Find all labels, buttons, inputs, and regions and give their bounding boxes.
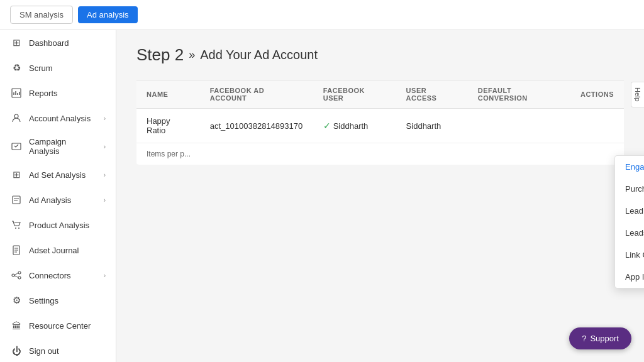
- account-analysis-icon: [10, 112, 23, 124]
- campaign-analysis-icon: [10, 140, 23, 153]
- facebook-user-cell: ✓ Siddharth: [323, 121, 386, 131]
- sidebar-item-sign-out[interactable]: ⏻ Sign out: [0, 338, 116, 362]
- dropdown-option-purchase[interactable]: Purchase: [615, 178, 644, 200]
- dropdown-option-app-installs[interactable]: App Installs: [615, 266, 644, 288]
- sidebar-label-campaign-analysis: Campaign Analysis: [29, 137, 97, 156]
- step-arrow: »: [189, 48, 195, 62]
- chevron-ad-set-analysis: ›: [104, 172, 106, 178]
- col-fb-user: FACEBOOK USER: [313, 80, 396, 109]
- sidebar-label-settings: Settings: [29, 296, 58, 305]
- chevron-connectors: ›: [104, 272, 106, 279]
- sidebar-label-adset-journal: Adset Journal: [29, 246, 79, 255]
- sign-out-icon: ⏻: [10, 344, 23, 357]
- sidebar-label-ad-set-analysis: Ad Set Analysis: [29, 170, 86, 180]
- sidebar-label-scrum: Scrum: [29, 63, 53, 73]
- svg-line-20: [14, 276, 18, 278]
- sidebar-label-reports: Reports: [29, 89, 58, 98]
- sidebar-item-scrum[interactable]: ♻ Scrum: [0, 55, 116, 80]
- scrum-icon: ♻: [10, 62, 23, 74]
- tab-ad-analysis[interactable]: Ad analysis: [78, 6, 137, 23]
- sidebar-item-ad-set-analysis[interactable]: ⊞ Ad Set Analysis ›: [0, 162, 116, 187]
- svg-rect-7: [13, 196, 20, 204]
- step-title: Add Your Ad Account: [200, 48, 318, 62]
- ad-set-analysis-icon: ⊞: [10, 168, 23, 181]
- svg-point-16: [12, 274, 14, 277]
- col-user-access: USER ACCESS: [396, 80, 468, 109]
- cell-fb-user: ✓ Siddharth: [313, 109, 396, 143]
- content-area: Step 2 » Add Your Ad Account NAME FACEBO…: [116, 30, 644, 362]
- col-fb-account: FACEBOOK AD ACCOUNT: [200, 80, 313, 109]
- sidebar: ⊞ Dashboard ♻ Scrum Reports Account Anal…: [0, 30, 116, 362]
- dropdown-option-lead[interactable]: Lead: [615, 200, 644, 222]
- cell-actions: [570, 109, 624, 143]
- product-analysis-icon: [10, 219, 23, 231]
- sidebar-item-campaign-analysis[interactable]: Campaign Analysis ›: [0, 131, 116, 162]
- sidebar-item-connectors[interactable]: Connectors ›: [0, 263, 116, 288]
- help-tab[interactable]: Help: [631, 82, 644, 107]
- sidebar-item-dashboard[interactable]: ⊞ Dashboard: [0, 30, 116, 55]
- support-button[interactable]: ? Support: [569, 327, 631, 349]
- col-actions: ACTIONS: [570, 80, 624, 109]
- reports-icon: [10, 87, 23, 99]
- svg-point-17: [18, 272, 21, 274]
- sidebar-item-account-analysis[interactable]: Account Analysis ›: [0, 106, 116, 131]
- sidebar-label-ad-analysis: Ad Analysis: [29, 195, 71, 205]
- top-bar: SM analysis Ad analysis: [0, 0, 644, 30]
- dashboard-icon: ⊞: [10, 36, 23, 49]
- sidebar-item-resource-center[interactable]: 🏛 Resource Center: [0, 313, 116, 338]
- dropdown-option-leads-forms[interactable]: Leads (Forms): [615, 222, 644, 244]
- adset-journal-icon: [10, 244, 23, 256]
- sidebar-item-settings[interactable]: ⚙ Settings: [0, 288, 116, 313]
- svg-point-5: [14, 114, 18, 118]
- sidebar-label-resource-center: Resource Center: [29, 321, 91, 331]
- table-row: Happy Ratio act_10100382814893170 ✓ Sidd…: [136, 109, 624, 143]
- col-default-conversion: DEFAULT CONVERSION: [468, 80, 570, 109]
- tab-sm-analysis[interactable]: SM analysis: [10, 6, 73, 24]
- chevron-campaign-analysis: ›: [104, 143, 106, 150]
- svg-point-11: [18, 228, 19, 229]
- check-icon: ✓: [323, 121, 331, 131]
- sidebar-item-ad-analysis[interactable]: Ad Analysis ›: [0, 187, 116, 212]
- sidebar-label-connectors: Connectors: [29, 271, 70, 280]
- fb-user-name: Siddharth: [333, 121, 369, 131]
- col-name: NAME: [136, 80, 200, 109]
- dropdown-menu: Engagement Purchase Lead Leads (Forms) L…: [614, 155, 644, 288]
- sidebar-item-reports[interactable]: Reports: [0, 80, 116, 106]
- step-number: Step 2: [136, 45, 184, 65]
- svg-line-19: [14, 273, 18, 275]
- resource-center-icon: 🏛: [10, 319, 23, 332]
- data-table: NAME FACEBOOK AD ACCOUNT FACEBOOK USER U…: [136, 80, 624, 143]
- dropdown-option-link-clicks[interactable]: Link Clicks: [615, 244, 644, 266]
- ad-analysis-icon: [10, 194, 23, 206]
- sidebar-label-account-analysis: Account Analysis: [29, 114, 91, 123]
- sidebar-label-product-analysis: Product Analysis: [29, 221, 89, 230]
- cell-name: Happy Ratio: [136, 109, 200, 143]
- cell-default-conversion: [468, 109, 570, 143]
- cell-fb-account: act_10100382814893170: [200, 109, 313, 143]
- dropdown-option-engagement[interactable]: Engagement: [615, 156, 644, 178]
- settings-icon: ⚙: [10, 294, 23, 307]
- main-layout: ⊞ Dashboard ♻ Scrum Reports Account Anal…: [0, 30, 644, 362]
- svg-point-10: [15, 228, 16, 229]
- items-per-page: Items per p...: [136, 143, 624, 165]
- svg-point-18: [18, 277, 21, 279]
- table-container: NAME FACEBOOK AD ACCOUNT FACEBOOK USER U…: [136, 80, 624, 165]
- sidebar-item-product-analysis[interactable]: Product Analysis: [0, 212, 116, 238]
- sidebar-label-sign-out: Sign out: [29, 346, 59, 356]
- support-icon: ?: [582, 334, 586, 343]
- cell-user-access: Siddharth: [396, 109, 468, 143]
- sidebar-item-adset-journal[interactable]: Adset Journal: [0, 238, 116, 263]
- sidebar-label-dashboard: Dashboard: [29, 38, 69, 48]
- page-header: Step 2 » Add Your Ad Account: [136, 45, 624, 65]
- chevron-account-analysis: ›: [104, 115, 106, 122]
- connectors-icon: [10, 269, 23, 282]
- chevron-ad-analysis: ›: [104, 197, 106, 204]
